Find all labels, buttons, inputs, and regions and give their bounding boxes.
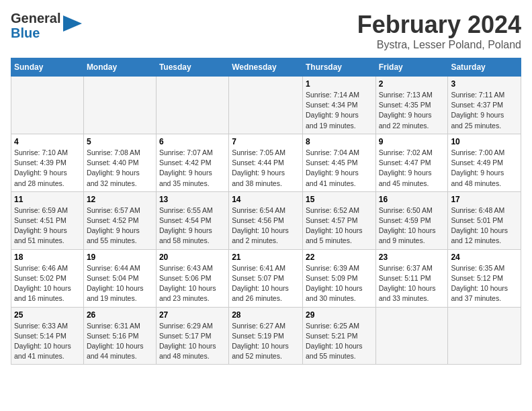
day-info: Sunrise: 7:11 AM Sunset: 4:37 PM Dayligh… [451, 90, 518, 131]
calendar-cell [11, 77, 84, 134]
logo: General Blue [11, 11, 82, 40]
calendar-cell: 28Sunrise: 6:27 AM Sunset: 5:19 PM Dayli… [229, 307, 303, 365]
day-number: 18 [14, 253, 81, 262]
day-number: 22 [306, 253, 373, 262]
day-number: 14 [232, 195, 300, 204]
calendar-cell: 10Sunrise: 7:00 AM Sunset: 4:49 PM Dayli… [448, 134, 521, 191]
calendar-week-row: 11Sunrise: 6:59 AM Sunset: 4:51 PM Dayli… [11, 191, 521, 249]
day-number: 19 [87, 253, 153, 262]
day-info: Sunrise: 6:41 AM Sunset: 5:07 PM Dayligh… [232, 263, 300, 304]
calendar-cell [375, 307, 448, 365]
day-info: Sunrise: 6:37 AM Sunset: 5:11 PM Dayligh… [379, 263, 445, 304]
day-number: 3 [451, 79, 518, 89]
day-info: Sunrise: 6:48 AM Sunset: 5:01 PM Dayligh… [451, 205, 518, 246]
calendar-cell: 12Sunrise: 6:57 AM Sunset: 4:52 PM Dayli… [83, 191, 156, 249]
calendar-cell: 16Sunrise: 6:50 AM Sunset: 4:59 PM Dayli… [375, 191, 448, 249]
day-number: 4 [14, 137, 81, 146]
calendar-cell: 15Sunrise: 6:52 AM Sunset: 4:57 PM Dayli… [302, 191, 375, 249]
day-info: Sunrise: 6:50 AM Sunset: 4:59 PM Dayligh… [379, 205, 445, 246]
day-info: Sunrise: 7:07 AM Sunset: 4:42 PM Dayligh… [159, 148, 226, 189]
day-info: Sunrise: 6:55 AM Sunset: 4:54 PM Dayligh… [159, 205, 226, 246]
day-info: Sunrise: 7:08 AM Sunset: 4:40 PM Dayligh… [87, 148, 153, 189]
main-title: February 2024 [357, 11, 521, 39]
calendar-cell: 3Sunrise: 7:11 AM Sunset: 4:37 PM Daylig… [448, 77, 521, 134]
day-info: Sunrise: 6:39 AM Sunset: 5:09 PM Dayligh… [306, 263, 373, 304]
day-info: Sunrise: 7:10 AM Sunset: 4:39 PM Dayligh… [14, 148, 81, 189]
day-number: 8 [306, 137, 373, 146]
calendar-cell: 8Sunrise: 7:04 AM Sunset: 4:45 PM Daylig… [302, 134, 375, 191]
calendar-cell: 27Sunrise: 6:29 AM Sunset: 5:17 PM Dayli… [156, 307, 228, 365]
day-number: 25 [14, 310, 81, 320]
calendar-cell: 21Sunrise: 6:41 AM Sunset: 5:07 PM Dayli… [229, 249, 303, 307]
day-number: 2 [379, 79, 445, 89]
day-number: 20 [159, 253, 226, 262]
logo-general: General [11, 11, 60, 26]
day-info: Sunrise: 7:02 AM Sunset: 4:47 PM Dayligh… [379, 148, 445, 189]
calendar-cell: 4Sunrise: 7:10 AM Sunset: 4:39 PM Daylig… [11, 134, 84, 191]
calendar-week-row: 25Sunrise: 6:33 AM Sunset: 5:14 PM Dayli… [11, 307, 521, 365]
day-info: Sunrise: 6:43 AM Sunset: 5:06 PM Dayligh… [159, 263, 226, 304]
day-number: 10 [451, 137, 518, 146]
svg-marker-0 [63, 15, 82, 32]
day-number: 16 [379, 195, 445, 204]
calendar-header-row: SundayMondayTuesdayWednesdayThursdayFrid… [11, 58, 521, 77]
calendar-table: SundayMondayTuesdayWednesdayThursdayFrid… [11, 58, 521, 365]
day-info: Sunrise: 6:54 AM Sunset: 4:56 PM Dayligh… [232, 205, 300, 246]
day-info: Sunrise: 6:57 AM Sunset: 4:52 PM Dayligh… [87, 205, 153, 246]
calendar-cell: 17Sunrise: 6:48 AM Sunset: 5:01 PM Dayli… [448, 191, 521, 249]
day-info: Sunrise: 7:00 AM Sunset: 4:49 PM Dayligh… [451, 148, 518, 189]
calendar-cell: 23Sunrise: 6:37 AM Sunset: 5:11 PM Dayli… [375, 249, 448, 307]
calendar-week-row: 4Sunrise: 7:10 AM Sunset: 4:39 PM Daylig… [11, 134, 521, 191]
day-number: 6 [159, 137, 226, 146]
day-info: Sunrise: 6:27 AM Sunset: 5:19 PM Dayligh… [232, 321, 300, 362]
calendar-cell [156, 77, 228, 134]
calendar-cell: 2Sunrise: 7:13 AM Sunset: 4:35 PM Daylig… [375, 77, 448, 134]
subtitle: Bystra, Lesser Poland, Poland [357, 39, 521, 51]
calendar-cell: 22Sunrise: 6:39 AM Sunset: 5:09 PM Dayli… [302, 249, 375, 307]
day-number: 5 [87, 137, 153, 146]
calendar-week-row: 18Sunrise: 6:46 AM Sunset: 5:02 PM Dayli… [11, 249, 521, 307]
calendar-cell [448, 307, 521, 365]
calendar-cell: 9Sunrise: 7:02 AM Sunset: 4:47 PM Daylig… [375, 134, 448, 191]
day-info: Sunrise: 7:14 AM Sunset: 4:34 PM Dayligh… [306, 90, 373, 131]
column-header-saturday: Saturday [448, 58, 521, 77]
column-header-friday: Friday [375, 58, 448, 77]
day-info: Sunrise: 7:04 AM Sunset: 4:45 PM Dayligh… [306, 148, 373, 189]
day-info: Sunrise: 6:25 AM Sunset: 5:21 PM Dayligh… [306, 321, 373, 362]
day-info: Sunrise: 6:52 AM Sunset: 4:57 PM Dayligh… [306, 205, 373, 246]
column-header-sunday: Sunday [11, 58, 84, 77]
calendar-cell: 25Sunrise: 6:33 AM Sunset: 5:14 PM Dayli… [11, 307, 84, 365]
calendar-cell [229, 77, 303, 134]
day-number: 9 [379, 137, 445, 146]
calendar-cell: 18Sunrise: 6:46 AM Sunset: 5:02 PM Dayli… [11, 249, 84, 307]
calendar-cell: 11Sunrise: 6:59 AM Sunset: 4:51 PM Dayli… [11, 191, 84, 249]
calendar-cell: 20Sunrise: 6:43 AM Sunset: 5:06 PM Dayli… [156, 249, 228, 307]
calendar-cell: 13Sunrise: 6:55 AM Sunset: 4:54 PM Dayli… [156, 191, 228, 249]
calendar-cell: 7Sunrise: 7:05 AM Sunset: 4:44 PM Daylig… [229, 134, 303, 191]
day-info: Sunrise: 7:13 AM Sunset: 4:35 PM Dayligh… [379, 90, 445, 131]
title-section: February 2024 Bystra, Lesser Poland, Pol… [357, 11, 521, 51]
day-number: 24 [451, 253, 518, 262]
column-header-thursday: Thursday [302, 58, 375, 77]
calendar-cell: 26Sunrise: 6:31 AM Sunset: 5:16 PM Dayli… [83, 307, 156, 365]
day-number: 15 [306, 195, 373, 204]
day-number: 21 [232, 253, 300, 262]
calendar-cell: 6Sunrise: 7:07 AM Sunset: 4:42 PM Daylig… [156, 134, 228, 191]
logo-blue: Blue [11, 26, 40, 40]
calendar-cell: 19Sunrise: 6:44 AM Sunset: 5:04 PM Dayli… [83, 249, 156, 307]
day-number: 29 [306, 310, 373, 320]
day-number: 12 [87, 195, 153, 204]
column-header-monday: Monday [83, 58, 156, 77]
day-number: 28 [232, 310, 300, 320]
day-number: 23 [379, 253, 445, 262]
day-info: Sunrise: 6:44 AM Sunset: 5:04 PM Dayligh… [87, 263, 153, 304]
day-number: 11 [14, 195, 81, 204]
page-header: General Blue February 2024 Bystra, Lesse… [11, 11, 521, 51]
day-number: 1 [306, 79, 373, 89]
logo-arrow-icon [63, 15, 82, 32]
calendar-week-row: 1Sunrise: 7:14 AM Sunset: 4:34 PM Daylig… [11, 77, 521, 134]
day-info: Sunrise: 6:31 AM Sunset: 5:16 PM Dayligh… [87, 321, 153, 362]
day-number: 7 [232, 137, 300, 146]
calendar-cell: 24Sunrise: 6:35 AM Sunset: 5:12 PM Dayli… [448, 249, 521, 307]
calendar-cell: 29Sunrise: 6:25 AM Sunset: 5:21 PM Dayli… [302, 307, 375, 365]
